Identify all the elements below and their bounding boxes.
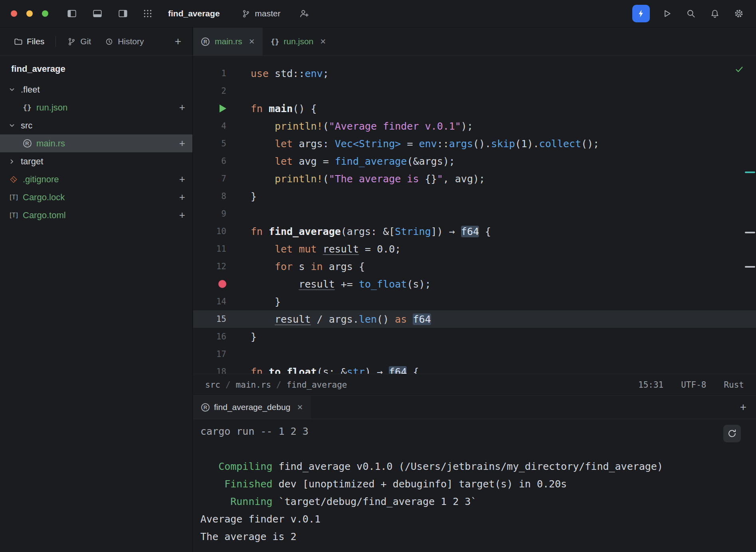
code-line-18[interactable]: 18fn to_float(s: &str) → f64 { xyxy=(193,363,756,374)
tree-item-main-rs[interactable]: Rmain.rs+ xyxy=(0,134,192,152)
terminal-line-1[interactable]: cargo run -- 1 2 3 xyxy=(200,422,756,440)
chevron-right-icon[interactable] xyxy=(8,158,19,166)
encoding-indicator[interactable]: UTF-8 xyxy=(681,380,706,390)
tree-item-cargo-lock[interactable]: [T]Cargo.lock+ xyxy=(0,188,192,206)
sidebar-tab-git[interactable]: Git xyxy=(61,33,97,50)
zoom-window-button[interactable] xyxy=(42,10,48,17)
gutter-line-9[interactable]: 9 xyxy=(193,209,226,219)
breadcrumb-src[interactable]: src xyxy=(205,380,220,390)
gutter-line-13[interactable] xyxy=(193,280,226,288)
rerun-button[interactable] xyxy=(723,425,741,442)
close-tab-icon[interactable]: × xyxy=(249,37,255,46)
gutter-line-2[interactable]: 2 xyxy=(193,86,226,96)
sidebar-tab-files[interactable]: Files xyxy=(8,33,50,50)
gutter-line-5[interactable]: 5 xyxy=(193,139,226,148)
gutter-line-10[interactable]: 10 xyxy=(193,227,226,236)
toggle-bottom-panel-button[interactable] xyxy=(91,7,104,20)
close-window-button[interactable] xyxy=(11,10,17,17)
terminal-line-2[interactable] xyxy=(200,440,756,457)
code-line-12[interactable]: 12 for s in args { xyxy=(193,258,756,275)
code-line-11[interactable]: 11 let mut result = 0.0; xyxy=(193,240,756,258)
run-button[interactable] xyxy=(660,7,674,20)
close-tab-icon[interactable]: × xyxy=(297,402,303,412)
terminal-line-3[interactable]: Compiling find_average v0.1.0 (/Users/je… xyxy=(200,457,756,475)
editor-tab-main-rs[interactable]: R main.rs × xyxy=(193,28,263,55)
toggle-left-panel-button[interactable] xyxy=(65,7,79,20)
chevron-down-icon[interactable] xyxy=(8,122,19,130)
code-line-17[interactable]: 17 xyxy=(193,345,756,363)
code-line-1[interactable]: 1use std::env; xyxy=(193,65,756,82)
tree-item-target[interactable]: target xyxy=(0,152,192,170)
code-line-4[interactable]: 4 println!("Average finder v.0.1"); xyxy=(193,117,756,135)
code-line-14[interactable]: 14 } xyxy=(193,293,756,310)
add-view-button[interactable]: + xyxy=(175,36,181,47)
code-line-10[interactable]: 10fn find_average(args: &[String]) → f64… xyxy=(193,223,756,240)
code-line-5[interactable]: 5 let args: Vec<String> = env::args().sk… xyxy=(193,135,756,152)
code-line-13[interactable]: result += to_float(s); xyxy=(193,275,756,293)
fleet-run-lightning-button[interactable] xyxy=(632,5,650,22)
inspections-ok-icon[interactable] xyxy=(734,65,744,74)
gutter-line-11[interactable]: 11 xyxy=(193,244,226,254)
collaboration-button[interactable] xyxy=(297,7,311,20)
terminal-line-6[interactable]: Average finder v.0.1 xyxy=(200,510,756,528)
gutter-line-12[interactable]: 12 xyxy=(193,262,226,271)
window-title[interactable]: find_average xyxy=(168,9,220,18)
terminal-line-5[interactable]: Running `target/debug/find_average 1 2 3… xyxy=(200,493,756,510)
fleet-window: find_average master xyxy=(0,0,756,552)
terminal-tab-find-average-debug[interactable]: R find_average_debug × xyxy=(193,396,311,419)
tree-item-src[interactable]: src xyxy=(0,116,192,134)
terminal-output[interactable]: cargo run -- 1 2 3 Compiling find_averag… xyxy=(193,419,756,552)
json-file-icon: {} xyxy=(271,37,279,46)
gutter-line-3[interactable] xyxy=(193,104,226,112)
sidebar-tab-history[interactable]: History xyxy=(99,33,149,50)
tab-label: find_average_debug xyxy=(214,402,291,412)
titlebar-actions xyxy=(632,5,746,22)
code-line-9[interactable]: 9 xyxy=(193,205,756,223)
run-gutter-icon[interactable] xyxy=(220,104,226,112)
code-line-6[interactable]: 6 let avg = find_average(&args); xyxy=(193,152,756,170)
tree-item-cargo-toml[interactable]: [T]Cargo.toml+ xyxy=(0,206,192,224)
breadcrumb-find-average[interactable]: find_average xyxy=(287,380,347,390)
left-sidebar: Files Git History + find_average .fleet{… xyxy=(0,28,193,552)
chevron-down-icon[interactable] xyxy=(8,86,19,94)
gutter-line-1[interactable]: 1 xyxy=(193,69,226,78)
gutter-line-4[interactable]: 4 xyxy=(193,121,226,131)
gutter-line-17[interactable]: 17 xyxy=(193,349,226,359)
gutter-line-7[interactable]: 7 xyxy=(193,174,226,183)
gutter-line-18[interactable]: 18 xyxy=(193,367,226,374)
code-line-2[interactable]: 2 xyxy=(193,82,756,100)
notifications-button[interactable] xyxy=(708,7,722,20)
language-indicator[interactable]: Rust xyxy=(724,380,744,390)
breadcrumb-main-rs[interactable]: main.rs xyxy=(236,380,271,390)
code-line-15[interactable]: 15 result / args.len() as f64 xyxy=(193,310,756,328)
code-line-8[interactable]: 8} xyxy=(193,187,756,205)
folder-icon xyxy=(14,37,23,46)
gutter-line-8[interactable]: 8 xyxy=(193,191,226,201)
gutter-line-14[interactable]: 14 xyxy=(193,297,226,306)
code-lines: 1use std::env;2fn main() {4 println!("Av… xyxy=(193,56,756,374)
apps-grid-button[interactable] xyxy=(141,7,154,20)
code-line-7[interactable]: 7 println!("The average is {}", avg); xyxy=(193,170,756,187)
code-text: let args: Vec<String> = env::args().skip… xyxy=(226,138,599,150)
tree-item-gitignore[interactable]: .gitignore+ xyxy=(0,170,192,188)
close-tab-icon[interactable]: × xyxy=(320,37,326,46)
breakpoint-icon[interactable] xyxy=(218,280,226,288)
tree-item-run-json[interactable]: {}run.json+ xyxy=(0,99,192,116)
terminal-line-7[interactable]: The average is 2 xyxy=(200,528,756,545)
terminal-line-4[interactable]: Finished dev [unoptimized + debuginfo] t… xyxy=(200,475,756,493)
code-line-3[interactable]: fn main() { xyxy=(193,100,756,117)
search-button[interactable] xyxy=(684,7,698,20)
gutter-line-15[interactable]: 15 xyxy=(193,314,226,324)
tree-item-fleet[interactable]: .fleet xyxy=(0,81,192,99)
code-editor[interactable]: 1use std::env;2fn main() {4 println!("Av… xyxy=(193,56,756,374)
new-terminal-tab-button[interactable]: + xyxy=(740,402,746,413)
settings-gear-button[interactable] xyxy=(732,7,746,20)
project-root-item[interactable]: find_average xyxy=(0,61,192,77)
gutter-line-6[interactable]: 6 xyxy=(193,156,226,166)
code-line-16[interactable]: 16} xyxy=(193,328,756,345)
minimize-window-button[interactable] xyxy=(26,10,33,17)
gutter-line-16[interactable]: 16 xyxy=(193,332,226,341)
git-branch-button[interactable]: master xyxy=(239,8,283,19)
toggle-right-panel-button[interactable] xyxy=(116,7,130,20)
editor-tab-run-json[interactable]: {} run.json × xyxy=(263,28,334,55)
